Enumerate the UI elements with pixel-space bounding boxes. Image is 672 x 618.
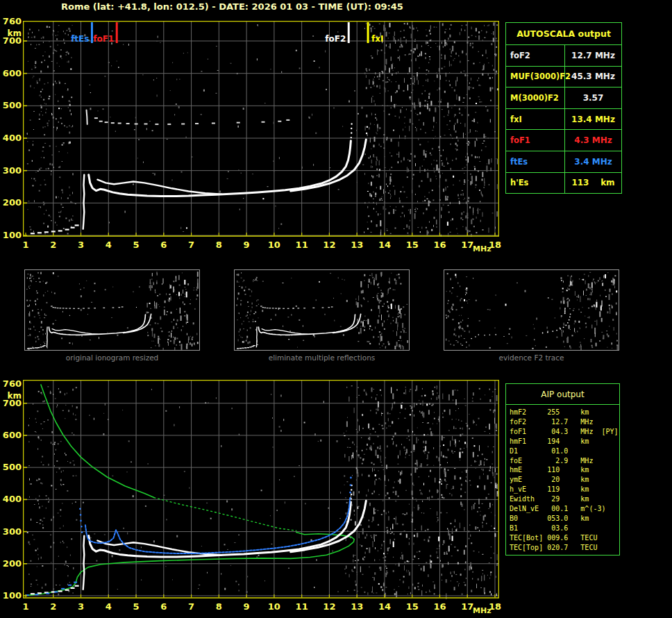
axis-tick-label: 200 (1, 197, 22, 208)
axis-unit-label: MHz (473, 244, 492, 253)
axis-tick-label: 600 (1, 430, 22, 440)
axis-tick-label: 6 (153, 240, 174, 250)
aip-row: TEC[Top] 020.7 TECU (510, 543, 619, 553)
aip-row: Ewidth 29 km (510, 494, 619, 504)
trace-dot (565, 325, 566, 326)
axis-tick-label: 500 (1, 100, 22, 110)
trace-dot (564, 310, 566, 311)
table-row-value: 4.3 MHz (565, 129, 621, 151)
table-row-label: ftEs (506, 151, 565, 172)
aip-row: hmF1 194 km (510, 437, 619, 446)
table-row-value: 113 km (565, 172, 621, 194)
axis-tick-label: 100 (1, 230, 22, 240)
table-row-value: 45.3 MHz (565, 66, 621, 87)
trace-dot (81, 526, 83, 528)
table-row-value: 13.4 MHz (565, 108, 621, 130)
axis-tick-label: 6 (153, 601, 174, 612)
ionogram-bottom-chart (23, 380, 499, 599)
trace-dot (564, 312, 566, 314)
aip-row: D1 01.0 (510, 446, 619, 456)
marker-foF2-label: foF2 (325, 34, 346, 44)
axis-tick-label: 200 (1, 558, 22, 569)
aip-row: foF1 04.3 MHz [PY] (510, 427, 619, 437)
aip-row: B0 053.0 km (510, 514, 619, 524)
axis-tick-label: 13 (346, 601, 367, 612)
axis-tick-label: 300 (1, 526, 22, 537)
trace-dot (351, 128, 352, 129)
trace-dot (542, 333, 544, 334)
panel-caption: evidence F2 trace (444, 353, 619, 362)
axis-unit-label: km (1, 391, 22, 401)
axis-tick-label: 500 (1, 462, 22, 472)
axis-tick-label: 100 (1, 590, 22, 601)
trace-dot (569, 319, 570, 321)
trace-dot (484, 335, 485, 336)
noise-speckles (26, 22, 498, 237)
trace-dot (495, 334, 496, 335)
axis-tick-label: 11 (292, 240, 312, 250)
axis-tick-label: 400 (1, 133, 22, 143)
axis-tick-label: 13 (346, 240, 367, 250)
trace-dot (462, 345, 463, 346)
axis-tick-label: 5 (126, 601, 146, 612)
trace-dot (552, 331, 553, 332)
axis-tick-label: 760 (1, 16, 22, 26)
table-row-label: fxI (506, 108, 565, 130)
trace-dot (478, 334, 480, 335)
trace-dot (351, 123, 352, 124)
trace-dot (350, 477, 352, 479)
axis-tick-label: 7 (181, 240, 202, 250)
trace-dot (560, 327, 561, 328)
table-row-value: 12.7 MHz (565, 44, 621, 66)
trace-dot (80, 514, 82, 516)
trace-line (154, 498, 296, 531)
panel-eliminate-reflections (234, 269, 410, 351)
axis-tick-label: 15 (402, 240, 423, 250)
trace-dot (79, 508, 81, 510)
panel-caption: original ionogram resized (24, 353, 200, 362)
axis-tick-label: 9 (236, 601, 257, 612)
table-row-label: foF2 (506, 44, 565, 66)
panel-caption: eliminate multiple reflections (234, 353, 410, 362)
noise-speckles (27, 385, 498, 599)
axis-tick-label: 400 (1, 494, 22, 504)
noise-speckles (26, 272, 199, 351)
trace-dot (351, 132, 352, 133)
trace-line (85, 498, 350, 553)
axis-tick-label: 14 (374, 601, 395, 612)
table-header: AIP output (506, 384, 619, 405)
axis-tick-label: 1 (15, 240, 36, 250)
marker-fxI-label: fxI (371, 34, 383, 44)
trace-line (124, 314, 151, 333)
axis-tick-label: 2 (43, 240, 64, 250)
axis-tick-label: 12 (319, 240, 339, 250)
trace-line (257, 327, 258, 347)
trace-line (41, 385, 154, 498)
trace-dot (349, 492, 351, 494)
trace-line (47, 327, 48, 347)
table-row-label: M(3000)F2 (506, 87, 565, 108)
aip-row: foE 2.9 MHz (510, 456, 619, 466)
autoscala-screen: { "title": "Rome (lat: +41.8, lon: 012.5… (0, 0, 672, 618)
table-row-value: 3.57 (565, 87, 621, 108)
marker-foF1-label: foF1 (93, 34, 114, 44)
axis-tick-label: 760 (1, 378, 22, 389)
plot-frame (24, 22, 499, 237)
trace-dot (489, 335, 491, 336)
axis-tick-label: 10 (264, 601, 285, 612)
trace-dot (351, 494, 352, 495)
axis-tick-label: 600 (1, 68, 22, 78)
trace-dot (351, 137, 352, 138)
trace-dot (570, 313, 571, 315)
axis-tick-label: 10 (264, 240, 285, 250)
panel-evidence-f2-trace (444, 269, 619, 351)
trace-dot (564, 311, 566, 312)
aip-row: hmE 110 km (510, 465, 619, 475)
axis-tick-label: 16 (429, 601, 450, 612)
trace-dot (509, 333, 510, 335)
trace-dot (466, 342, 467, 343)
trace-dot (567, 322, 569, 324)
axis-tick-label: 12 (319, 601, 339, 612)
trace-dot (564, 308, 566, 309)
trace-line (83, 175, 85, 229)
